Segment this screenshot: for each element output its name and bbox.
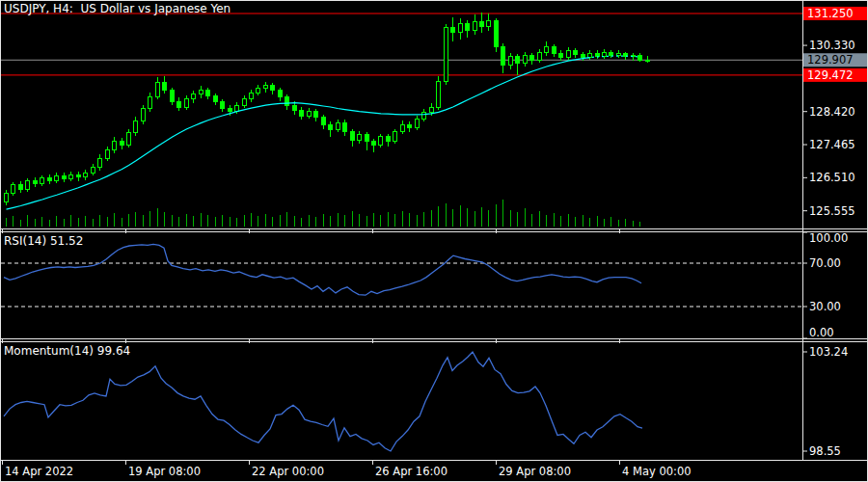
candle-body bbox=[69, 174, 73, 178]
candle-body bbox=[553, 47, 556, 53]
candle-body bbox=[206, 90, 210, 95]
candle-body bbox=[466, 24, 470, 31]
candle-body bbox=[41, 178, 44, 183]
candle-body bbox=[235, 105, 239, 111]
window-border bbox=[1, 1, 868, 482]
candle-body bbox=[582, 54, 585, 58]
candle-body bbox=[55, 176, 59, 181]
candle-body bbox=[149, 96, 152, 109]
candle-body bbox=[567, 50, 571, 57]
candle-body bbox=[98, 159, 102, 168]
time-axis-label: 29 Apr 08:00 bbox=[499, 465, 571, 478]
candle-body bbox=[509, 57, 513, 66]
candle-body bbox=[646, 60, 650, 61]
candle-body bbox=[495, 20, 499, 46]
momentum-line bbox=[4, 352, 642, 451]
candle-body bbox=[559, 53, 563, 57]
candle-body bbox=[545, 47, 549, 53]
candle-body bbox=[163, 83, 167, 90]
momentum-indicator-label: Momentum(14) 99.64 bbox=[4, 344, 130, 358]
candle-body bbox=[351, 131, 355, 140]
candle-body bbox=[408, 124, 412, 128]
candle-body bbox=[12, 185, 15, 194]
candle-body bbox=[437, 81, 441, 107]
candle-body bbox=[243, 99, 247, 105]
candle-body bbox=[19, 185, 23, 189]
candle-body bbox=[524, 55, 528, 63]
candle-body bbox=[329, 124, 333, 129]
time-axis-label: 22 Apr 00:00 bbox=[252, 465, 324, 478]
candle-body bbox=[372, 142, 376, 146]
candle-body bbox=[401, 124, 405, 131]
rsi-axis[interactable]: 100.0070.0030.000.00 bbox=[802, 231, 848, 339]
candle-body bbox=[171, 90, 175, 102]
candle-body bbox=[264, 85, 268, 88]
candle-body bbox=[121, 142, 124, 146]
candle-body bbox=[430, 107, 434, 112]
candle-body bbox=[5, 194, 9, 201]
candle-body bbox=[63, 176, 67, 179]
candle-body bbox=[474, 22, 477, 31]
price-axis[interactable]: 130.330128.420127.465126.510125.555131.2… bbox=[802, 7, 867, 218]
candle-body bbox=[250, 94, 254, 99]
candle-body bbox=[300, 111, 304, 116]
candle-body bbox=[279, 90, 283, 96]
rsi-line bbox=[4, 244, 641, 295]
candle-body bbox=[337, 122, 340, 129]
candle-body bbox=[156, 83, 160, 96]
rsi-axis-label: 70.00 bbox=[809, 256, 841, 270]
price-axis-label: 126.510 bbox=[809, 171, 855, 184]
candle-body bbox=[142, 109, 146, 121]
candle-body bbox=[257, 88, 260, 93]
price-axis-label: 128.420 bbox=[809, 105, 855, 119]
rsi-axis-label: 30.00 bbox=[809, 300, 841, 313]
candle-body bbox=[200, 90, 203, 94]
candle-body bbox=[588, 53, 592, 57]
candle-body bbox=[610, 53, 613, 56]
candle-body bbox=[379, 137, 383, 146]
rsi-axis-label: 0.00 bbox=[809, 326, 834, 339]
candle-body bbox=[192, 94, 196, 99]
candle-body bbox=[516, 57, 520, 63]
chart-window: 130.330128.420127.465126.510125.555131.2… bbox=[0, 0, 868, 482]
candle-body bbox=[127, 133, 131, 146]
price-chart-canvas[interactable]: 130.330128.420127.465126.510125.555131.2… bbox=[0, 0, 868, 482]
candle-body bbox=[393, 131, 397, 142]
candle-body bbox=[229, 108, 232, 112]
time-axis-label: 19 Apr 08:00 bbox=[128, 465, 201, 478]
rsi-axis-label: 100.00 bbox=[809, 231, 848, 245]
candle-body bbox=[422, 112, 426, 119]
candle-body bbox=[214, 95, 218, 101]
time-axis-label: 14 Apr 2022 bbox=[5, 465, 73, 478]
candle-body bbox=[480, 22, 484, 26]
candle-body bbox=[221, 102, 225, 108]
candle-body bbox=[574, 50, 578, 54]
bid-price-label: 129.907 bbox=[807, 53, 854, 67]
candle-body bbox=[358, 135, 362, 140]
candle-body bbox=[106, 150, 110, 159]
momentum-axis-label: 98.55 bbox=[809, 444, 841, 458]
momentum-axis[interactable]: 103.2498.55 bbox=[802, 345, 848, 458]
candle-body bbox=[34, 181, 38, 184]
time-axis-label: 4 May 00:00 bbox=[622, 465, 692, 478]
candle-body bbox=[314, 112, 318, 118]
candle-body bbox=[530, 55, 534, 60]
candle-body bbox=[308, 112, 312, 116]
candle-body bbox=[113, 142, 117, 150]
candle-body bbox=[285, 96, 289, 105]
ma-line bbox=[7, 58, 590, 210]
candle-body bbox=[596, 53, 600, 56]
candle-body bbox=[459, 24, 463, 33]
candle-body bbox=[271, 85, 275, 90]
price-axis-label: 127.465 bbox=[809, 138, 855, 151]
volume-bars bbox=[7, 200, 640, 227]
candle-body bbox=[617, 53, 621, 55]
rsi-indicator-label: RSI(14) 51.52 bbox=[4, 234, 83, 248]
time-axis-label: 26 Apr 16:00 bbox=[375, 465, 448, 478]
panel-borders bbox=[0, 0, 868, 482]
candle-body bbox=[487, 20, 491, 26]
price-axis-label: 130.330 bbox=[809, 39, 855, 52]
candle-body bbox=[185, 99, 189, 107]
candle-body bbox=[451, 27, 455, 32]
chart-title: USDJPY, H4: US Dollar vs Japanese Yen bbox=[4, 2, 231, 15]
